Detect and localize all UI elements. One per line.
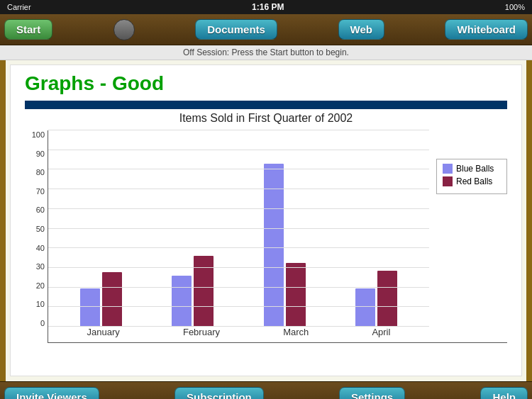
help-button[interactable]: Help	[480, 387, 528, 399]
session-bar: Off Session: Press the Start button to b…	[0, 45, 532, 60]
slide-area: Graphs - Good Items Sold in First Quarte…	[10, 64, 522, 376]
legend: Blue BallsRed Balls	[436, 159, 507, 194]
bar-blue	[172, 276, 192, 327]
x-labels: JanuaryFebruaryMarchApril	[48, 327, 429, 342]
bar-red	[377, 271, 397, 327]
settings-button[interactable]: Settings	[339, 387, 405, 399]
y-label: 80	[25, 168, 45, 176]
y-label: 20	[25, 281, 45, 290]
y-label: 30	[25, 262, 45, 271]
x-label: March	[283, 327, 309, 342]
invite-viewers-button[interactable]: Invite Viewers	[4, 387, 99, 399]
y-label: 100	[25, 130, 45, 139]
grid-line	[48, 150, 429, 150]
start-button[interactable]: Start	[4, 19, 52, 40]
chart-subtitle: Items Sold in First Quarter of 2002	[25, 112, 507, 125]
web-button[interactable]: Web	[338, 19, 384, 40]
legend-label: Red Balls	[456, 176, 492, 186]
bar-group	[355, 271, 397, 327]
legend-swatch	[443, 164, 453, 174]
grid-line	[48, 189, 429, 189]
legend-item: Blue Balls	[443, 164, 501, 174]
grid-line	[48, 326, 429, 327]
x-label: February	[183, 327, 220, 342]
bar-pair	[80, 272, 122, 327]
bar-blue	[80, 288, 100, 327]
legend-item: Red Balls	[443, 176, 501, 186]
grid-line	[48, 130, 429, 130]
y-label: 0	[25, 319, 45, 327]
x-label: January	[87, 327, 120, 342]
grid-line	[48, 287, 429, 288]
bar-red	[286, 263, 306, 327]
chart-container: 0102030405060708090100 JanuaryFebruaryMa…	[25, 130, 507, 343]
y-axis-labels: 0102030405060708090100	[25, 130, 48, 343]
chart-title-bar	[25, 101, 507, 109]
grid-line	[48, 267, 429, 268]
session-message: Off Session: Press the Start button to b…	[183, 47, 349, 57]
y-label: 10	[25, 300, 45, 308]
y-label: 40	[25, 244, 45, 252]
grid-line	[48, 306, 429, 307]
chart-area: JanuaryFebruaryMarchApril Blue BallsRed …	[48, 130, 507, 343]
y-label: 70	[25, 187, 45, 196]
grid-line	[48, 228, 429, 229]
nav-circle	[113, 19, 135, 40]
bar-blue	[355, 288, 375, 327]
y-label: 50	[25, 225, 45, 233]
documents-button[interactable]: Documents	[195, 19, 277, 40]
grid-line	[48, 208, 429, 209]
y-label: 60	[25, 206, 45, 214]
bar-red	[102, 272, 122, 327]
whiteboard-button[interactable]: Whiteboard	[445, 19, 528, 40]
battery-label: 100%	[505, 3, 525, 11]
main-content: Graphs - Good Items Sold in First Quarte…	[6, 60, 526, 381]
legend-swatch	[443, 176, 453, 186]
legend-label: Blue Balls	[456, 164, 494, 174]
slide-title: Graphs - Good	[25, 72, 507, 95]
bar-group	[80, 272, 122, 327]
top-nav: Start Documents Web Whiteboard	[0, 14, 532, 45]
y-label: 90	[25, 150, 45, 158]
subscription-button[interactable]: Subscription	[174, 387, 264, 399]
status-bar: Carrier 1:16 PM 100%	[0, 0, 532, 14]
carrier-label: Carrier	[7, 3, 31, 11]
bottom-nav: Invite Viewers Subscription Settings Hel…	[0, 381, 532, 399]
time-label: 1:16 PM	[252, 2, 284, 12]
bars-area	[48, 130, 429, 327]
grid-line	[48, 169, 429, 169]
grid-line	[48, 247, 429, 248]
bar-pair	[355, 271, 397, 327]
x-label: April	[372, 327, 390, 342]
